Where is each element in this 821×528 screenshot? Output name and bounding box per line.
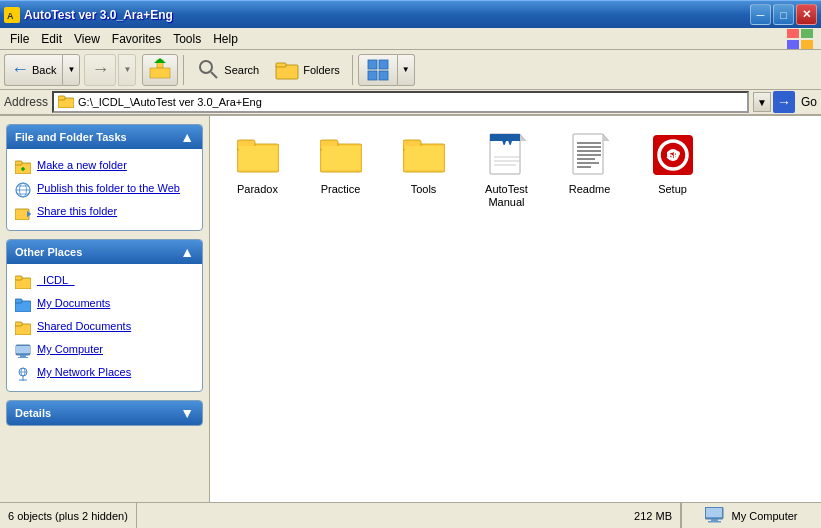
file-folder-tasks-panel: File and Folder Tasks ▲ Make a new folde… bbox=[6, 124, 203, 231]
setup-item[interactable]: SP Setup bbox=[635, 126, 710, 214]
svg-rect-52 bbox=[405, 146, 443, 170]
disk-size: 212 MB bbox=[634, 510, 672, 522]
my-computer-item[interactable]: My Computer bbox=[11, 339, 198, 362]
svg-rect-20 bbox=[15, 161, 22, 165]
window-title: AutoTest ver 3.0_Ara+Eng bbox=[24, 8, 173, 22]
my-computer-status-icon bbox=[705, 507, 725, 525]
svg-rect-16 bbox=[379, 71, 388, 80]
paradox-item[interactable]: Paradox bbox=[220, 126, 295, 214]
file-folder-tasks-header[interactable]: File and Folder Tasks ▲ bbox=[7, 125, 202, 149]
folders-button[interactable]: Folders bbox=[268, 53, 347, 87]
windows-logo bbox=[787, 29, 813, 49]
address-path: G:\_ICDL_\AutoTest ver 3.0_Ara+Eng bbox=[78, 96, 262, 108]
other-places-header[interactable]: Other Places ▲ bbox=[7, 240, 202, 264]
svg-rect-3 bbox=[801, 29, 813, 38]
back-label: Back bbox=[32, 64, 56, 76]
search-button[interactable]: Search bbox=[189, 53, 266, 87]
folders-icon bbox=[275, 57, 299, 83]
icdl-folder-item[interactable]: _ICDL_ bbox=[11, 270, 198, 293]
my-documents-item[interactable]: My Documents bbox=[11, 293, 198, 316]
autotest-manual-icon: W bbox=[483, 131, 531, 179]
svg-rect-12 bbox=[276, 63, 286, 67]
go-label: Go bbox=[801, 95, 817, 109]
toolbar-separator-1 bbox=[183, 55, 184, 85]
paradox-label: Paradox bbox=[237, 183, 278, 196]
forward-dropdown[interactable]: ▼ bbox=[118, 54, 136, 86]
shared-documents-label: Shared Documents bbox=[37, 319, 131, 333]
go-button[interactable]: → bbox=[773, 91, 795, 113]
forward-button[interactable]: → bbox=[84, 54, 116, 86]
menu-bar: File Edit View Favorites Tools Help bbox=[0, 28, 821, 50]
network-places-label: My Network Places bbox=[37, 365, 131, 379]
my-documents-icon bbox=[15, 297, 31, 313]
svg-rect-38 bbox=[18, 357, 28, 358]
svg-rect-28 bbox=[15, 209, 29, 220]
shared-documents-item[interactable]: Shared Documents bbox=[11, 316, 198, 339]
computer-section: My Computer bbox=[681, 503, 821, 528]
shared-documents-icon bbox=[15, 320, 31, 336]
svg-rect-2 bbox=[787, 29, 799, 38]
practice-item[interactable]: Practice bbox=[303, 126, 378, 214]
network-places-item[interactable]: My Network Places bbox=[11, 362, 198, 385]
back-forward-group: ← Back ▼ bbox=[4, 54, 80, 86]
minimize-button[interactable]: ─ bbox=[750, 4, 771, 25]
readme-icon bbox=[566, 131, 614, 179]
svg-rect-46 bbox=[239, 146, 277, 170]
svg-rect-77 bbox=[706, 508, 722, 517]
address-folder-icon bbox=[58, 94, 74, 111]
menu-view[interactable]: View bbox=[68, 30, 106, 48]
view-dropdown[interactable]: ▼ bbox=[398, 54, 415, 86]
menu-file[interactable]: File bbox=[4, 30, 35, 48]
readme-item[interactable]: Readme bbox=[552, 126, 627, 214]
address-bar: Address G:\_ICDL_\AutoTest ver 3.0_Ara+E… bbox=[0, 90, 821, 116]
my-documents-label: My Documents bbox=[37, 296, 110, 310]
autotest-manual-item[interactable]: W AutoTest Manual bbox=[469, 126, 544, 214]
back-button[interactable]: ← Back bbox=[4, 54, 62, 86]
view-dropdown-icon: ▼ bbox=[402, 65, 410, 74]
close-button[interactable]: ✕ bbox=[796, 4, 817, 25]
svg-text:SP: SP bbox=[666, 149, 680, 161]
make-new-folder-item[interactable]: Make a new folder bbox=[11, 155, 198, 178]
panel1-collapse-icon: ▲ bbox=[180, 129, 194, 145]
menu-edit[interactable]: Edit bbox=[35, 30, 68, 48]
svg-rect-37 bbox=[20, 355, 26, 357]
view-group: ▼ bbox=[358, 54, 415, 86]
svg-rect-32 bbox=[15, 299, 22, 303]
search-label: Search bbox=[224, 64, 259, 76]
up-button[interactable] bbox=[142, 54, 178, 86]
menu-tools[interactable]: Tools bbox=[167, 30, 207, 48]
tools-item[interactable]: Tools bbox=[386, 126, 461, 214]
details-title: Details bbox=[15, 407, 51, 419]
back-dropdown-icon: ▼ bbox=[67, 65, 75, 74]
details-header[interactable]: Details ▼ bbox=[7, 401, 202, 425]
menu-favorites[interactable]: Favorites bbox=[106, 30, 167, 48]
address-label: Address bbox=[4, 95, 48, 109]
back-dropdown[interactable]: ▼ bbox=[62, 54, 80, 86]
svg-text:A: A bbox=[7, 11, 14, 21]
icdl-folder-label: _ICDL_ bbox=[37, 273, 74, 287]
share-folder-item[interactable]: Share this folder bbox=[11, 201, 198, 224]
panel3-collapse-icon: ▼ bbox=[180, 405, 194, 421]
folders-label: Folders bbox=[303, 64, 340, 76]
view-button[interactable] bbox=[358, 54, 398, 86]
menu-help[interactable]: Help bbox=[207, 30, 244, 48]
svg-rect-49 bbox=[322, 146, 360, 170]
share-folder-label: Share this folder bbox=[37, 204, 117, 218]
file-folder-tasks-title: File and Folder Tasks bbox=[15, 131, 127, 143]
address-dropdown-button[interactable]: ▼ bbox=[753, 92, 771, 112]
maximize-button[interactable]: □ bbox=[773, 4, 794, 25]
publish-folder-item[interactable]: Publish this folder to the Web bbox=[11, 178, 198, 201]
setup-label: Setup bbox=[658, 183, 687, 196]
publish-icon bbox=[15, 182, 31, 198]
computer-label: My Computer bbox=[731, 510, 797, 522]
svg-text:W: W bbox=[499, 133, 515, 148]
title-bar: A AutoTest ver 3.0_Ara+Eng ─ □ ✕ bbox=[0, 0, 821, 28]
tools-folder-icon bbox=[400, 131, 448, 179]
svg-rect-34 bbox=[15, 322, 22, 326]
panel2-collapse-icon: ▲ bbox=[180, 244, 194, 260]
address-input[interactable]: G:\_ICDL_\AutoTest ver 3.0_Ara+Eng bbox=[52, 91, 749, 113]
svg-rect-79 bbox=[708, 521, 721, 523]
svg-rect-61 bbox=[573, 134, 603, 174]
toolbar-separator-2 bbox=[352, 55, 353, 85]
setup-icon: SP bbox=[649, 131, 697, 179]
